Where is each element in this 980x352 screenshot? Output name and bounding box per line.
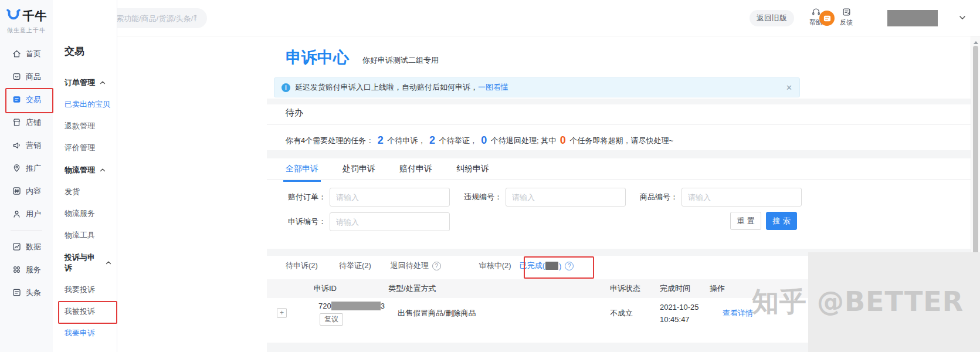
scroll-up-icon[interactable] — [974, 41, 978, 44]
violation-input[interactable] — [506, 188, 626, 207]
rail-item-label: 数据 — [26, 242, 41, 252]
todo-summary-part: 0 — [479, 134, 489, 146]
info-icon — [282, 83, 290, 92]
back-to-old-button[interactable]: 返回旧版 — [750, 10, 794, 26]
sidenav-entry-label: 已卖出的宝贝 — [65, 100, 110, 109]
promote-icon — [12, 163, 22, 173]
rail-divider — [11, 230, 42, 231]
content-icon — [12, 186, 22, 196]
status-tab[interactable]: 待举证(2) — [339, 260, 371, 271]
status-tab-label: 退回待处理 — [391, 260, 429, 271]
field-label: 违规编号： — [452, 192, 502, 202]
rail-item[interactable]: 店铺 — [0, 111, 53, 134]
question-icon[interactable] — [432, 262, 441, 270]
field-label: 申诉编号： — [274, 216, 326, 227]
status-tab[interactable]: 退回待处理 — [391, 260, 441, 271]
appeal-status-cell: 不成立 — [610, 308, 633, 319]
rail-item-label: 营销 — [26, 140, 41, 151]
table-header-cell: 完成时间 — [660, 279, 690, 298]
todo-summary: 你有4个需要处理的任务： 2 个待申诉， 2 个待举证， 0 个待退回处理; 其… — [286, 134, 673, 147]
brand-name: 千牛 — [23, 8, 48, 24]
sidenav-entry[interactable]: 物流工具 — [65, 230, 111, 241]
finish-time-cell: 2021-10-25 10:45:47 — [660, 301, 699, 326]
status-tab[interactable]: 待申诉(2) — [286, 260, 318, 271]
avatar[interactable] — [819, 11, 835, 26]
search-input[interactable] — [107, 13, 198, 23]
rail-item[interactable]: 服务 — [0, 258, 53, 281]
todo-summary-part: 个任务即将超期，请尽快处理~ — [568, 136, 673, 145]
appeal-id: 7203 — [318, 302, 385, 310]
goods-icon — [12, 72, 22, 82]
status-tab[interactable]: 已完成( ) — [520, 260, 574, 271]
sidenav-entry-label: 发货 — [65, 187, 80, 196]
page-title: 申诉中心 — [286, 47, 349, 68]
sidenav-entry[interactable]: 订单管理 — [65, 77, 111, 88]
sidenav-entry-label: 物流工具 — [65, 231, 95, 239]
appeal-no-input[interactable] — [330, 212, 450, 231]
sidenav-entry[interactable]: 我要申诉 — [65, 328, 111, 339]
marketing-icon — [12, 140, 22, 150]
user-icon — [12, 209, 22, 219]
close-icon[interactable] — [786, 83, 792, 92]
workbench-icon — [823, 14, 832, 23]
search-button[interactable]: 搜索 — [766, 212, 797, 230]
sidenav-entry[interactable]: 我要投诉 — [65, 285, 111, 295]
sidenav-entry[interactable]: 物流服务 — [65, 208, 111, 219]
item-input[interactable] — [681, 188, 802, 207]
sidenav-entry-label: 订单管理 — [65, 77, 95, 88]
rail-item-label: 交易 — [26, 94, 41, 105]
todo-summary-part: 个待举证， — [437, 136, 479, 145]
sidenav-entry[interactable]: 我被投诉 — [65, 306, 111, 317]
rail-item[interactable]: 头条 — [0, 281, 53, 304]
reset-button[interactable]: 重置 — [730, 212, 761, 230]
section-gap — [267, 150, 974, 158]
expand-icon[interactable] — [277, 308, 287, 318]
rail-item-label: 内容 — [26, 186, 41, 197]
rail-item-label: 用户 — [26, 209, 41, 219]
rail-item[interactable]: 首页 — [0, 42, 53, 65]
rail-item[interactable]: 用户 — [0, 202, 53, 225]
chevron-down-icon[interactable] — [959, 15, 966, 21]
status-tab[interactable]: 审核中(2) — [479, 260, 511, 271]
question-icon[interactable] — [565, 262, 574, 270]
todo-summary-part: 个待申诉， — [385, 136, 428, 145]
rail-item[interactable]: 交易 — [0, 88, 53, 111]
sidenav-entry[interactable]: 评价管理 — [65, 143, 111, 153]
status-tab-paren: ) — [559, 262, 561, 270]
rail-item-label: 店铺 — [26, 117, 41, 128]
sidenav-entry[interactable]: 物流管理 — [65, 165, 111, 175]
rail-item[interactable]: 推广 — [0, 157, 53, 180]
sidenav-entry-label: 评价管理 — [65, 143, 95, 152]
todo-summary-part: 2 — [376, 134, 385, 146]
feedback-button[interactable]: 反馈 — [836, 7, 856, 27]
view-detail-link[interactable]: 查看详情 — [723, 308, 753, 319]
feedback-label: 反馈 — [840, 18, 853, 27]
status-tab-label: 审核中(2) — [479, 260, 511, 271]
sidenav-entry[interactable]: 已卖出的宝贝 — [65, 99, 111, 110]
rail-item[interactable]: 数据 — [0, 235, 53, 258]
page-subtitle: 你好申诉测试二组专用 — [362, 55, 439, 66]
caret-up-icon — [100, 168, 106, 172]
review-tag: 复议 — [320, 313, 343, 326]
sidenav-entry-label: 我被投诉 — [65, 307, 95, 316]
rail-item[interactable]: 内容 — [0, 180, 53, 202]
rail-nav: 首页 商品 交易 店铺 — [0, 42, 53, 304]
rail-item-label: 服务 — [26, 265, 41, 275]
sidenav-entry[interactable]: 退款管理 — [65, 121, 111, 131]
filter-field-order: 赔付订单： — [274, 188, 450, 207]
filter-field-violation: 违规编号： — [452, 188, 626, 207]
shop-icon — [12, 117, 22, 127]
order-input[interactable] — [330, 188, 450, 207]
banner-text: 延迟发货赔付申诉入口上线啦，自动赔付后如何申诉， — [295, 82, 478, 93]
todo-summary-part: 个待退回处理; 其中 — [489, 136, 558, 145]
sidenav-entry[interactable]: 发货 — [65, 187, 111, 197]
appeal-type-cell: 出售假冒商品/删除商品 — [398, 308, 476, 319]
banner-link[interactable]: 一图看懂 — [478, 82, 508, 93]
sidenav-entry[interactable]: 投诉与申诉 — [65, 252, 111, 273]
sidenav-entry-label: 物流服务 — [65, 209, 95, 218]
rail-item[interactable]: 商品 — [0, 65, 53, 88]
filter-field-appeal: 申诉编号： — [274, 212, 450, 231]
qianniu-bull-icon — [6, 9, 21, 24]
service-icon — [12, 265, 22, 275]
rail-item[interactable]: 营销 — [0, 134, 53, 157]
